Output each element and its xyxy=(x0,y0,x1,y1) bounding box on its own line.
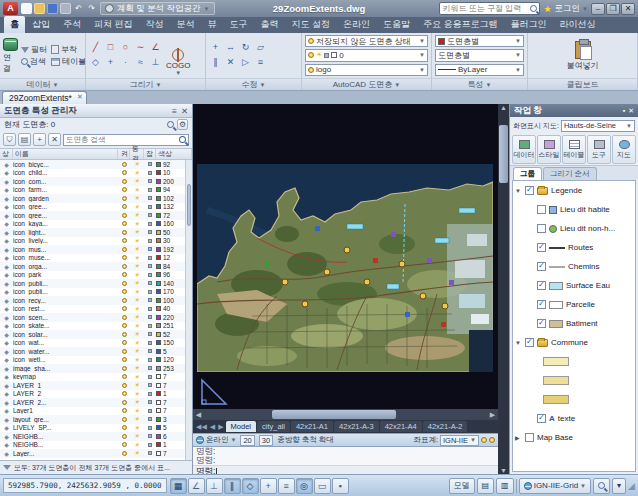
layer-on-icon[interactable] xyxy=(122,196,127,201)
layer-color-swatch[interactable] xyxy=(156,179,161,184)
layer-freeze-icon[interactable]: ☀ xyxy=(134,331,139,337)
layer-lock-icon[interactable] xyxy=(148,409,152,413)
ribbon-tab[interactable]: 도움말 xyxy=(377,16,416,33)
layer-row[interactable]: ◆ icon_bicyc... ☀ 92 xyxy=(0,160,192,169)
status-toggle-button[interactable]: ◎ xyxy=(296,478,313,494)
redo-icon[interactable]: ↷ xyxy=(86,3,97,14)
layer-freeze-icon[interactable]: ☀ xyxy=(134,374,139,380)
layer-freeze-icon[interactable]: ☀ xyxy=(134,306,139,312)
layer-list-scrollbar[interactable] xyxy=(185,160,192,460)
layer-on-icon[interactable] xyxy=(122,170,127,175)
layer-color-swatch[interactable] xyxy=(156,366,161,371)
layer-on-icon[interactable] xyxy=(122,298,127,303)
layer-row[interactable]: ◆ icon_wetl... ☀ 120 xyxy=(0,356,192,365)
tree-item[interactable]: A Batiment xyxy=(513,314,635,333)
layout-tab[interactable]: city_all xyxy=(257,421,290,432)
layer-list-header[interactable]: 상 이름 켜 동결 잠 색상 xyxy=(0,148,192,160)
cogo-button[interactable]: COGO ▼ xyxy=(166,35,190,76)
layer-secondary-dropdown[interactable]: logo ▼ xyxy=(305,64,428,76)
layer-on-icon[interactable] xyxy=(122,332,127,337)
modify-tool-icon[interactable]: ↻ xyxy=(239,41,252,54)
layer-color-swatch[interactable] xyxy=(156,264,161,269)
layer-color-swatch[interactable] xyxy=(156,170,161,175)
layer-on-icon[interactable] xyxy=(122,306,127,311)
layer-on-icon[interactable] xyxy=(122,323,127,328)
expand-arrow-icon[interactable]: ▶ xyxy=(515,434,522,441)
layer-freeze-icon[interactable]: ☀ xyxy=(134,382,139,388)
layer-lock-icon[interactable] xyxy=(148,213,152,217)
status-toggle-button[interactable]: ▦ xyxy=(170,478,187,494)
delete-layer-icon[interactable]: ✕ xyxy=(48,133,61,146)
layer-on-icon[interactable] xyxy=(122,272,127,277)
tree-item[interactable]: A Parcelle xyxy=(513,295,635,314)
layout-tab[interactable]: 42x21-A-2 xyxy=(423,421,468,432)
layer-on-icon[interactable] xyxy=(122,357,127,362)
ribbon-tab[interactable]: 뷰 xyxy=(202,16,223,33)
status-toggle-button[interactable]: ∠ xyxy=(188,478,205,494)
layer-on-icon[interactable] xyxy=(122,238,127,243)
layer-lock-icon[interactable] xyxy=(148,366,152,370)
layer-freeze-icon[interactable]: ☀ xyxy=(134,416,139,422)
layer-color-swatch[interactable] xyxy=(156,255,161,260)
ribbon-tab[interactable]: 작성 xyxy=(140,16,170,33)
layer-freeze-icon[interactable]: ☀ xyxy=(134,297,139,303)
layer-row[interactable]: ◆ image_sha... ☀ 253 xyxy=(0,364,192,373)
visibility-checkbox[interactable] xyxy=(537,262,546,271)
layer-dropdown[interactable]: ☀ 0 ▼ xyxy=(305,49,428,61)
draw-tool-icon[interactable]: ∼ xyxy=(134,41,147,54)
layer-search-input[interactable] xyxy=(66,135,177,144)
drawing-canvas[interactable] xyxy=(193,104,498,409)
status-toggle-button[interactable]: + xyxy=(260,478,277,494)
layer-row[interactable]: ◆ icon_child... ☀ 10 xyxy=(0,169,192,178)
layer-color-swatch[interactable] xyxy=(156,323,161,328)
layer-color-swatch[interactable] xyxy=(156,187,161,192)
status-toggle-button[interactable]: ◇ xyxy=(242,478,259,494)
layer-freeze-icon[interactable]: ☀ xyxy=(134,425,139,431)
minimize-button[interactable]: – xyxy=(591,3,605,15)
layer-freeze-icon[interactable]: ☀ xyxy=(134,170,139,176)
layer-lock-icon[interactable] xyxy=(148,332,152,336)
layer-lock-icon[interactable] xyxy=(148,426,152,430)
layer-freeze-icon[interactable]: ☀ xyxy=(134,263,139,269)
plot-icon[interactable] xyxy=(60,3,71,14)
layer-on-icon[interactable] xyxy=(122,247,127,252)
quick-view-layouts-icon[interactable]: ▤ xyxy=(477,478,495,494)
ribbon-tab[interactable]: 삽입 xyxy=(26,16,56,33)
layer-row[interactable]: ◆ icon_muse... ☀ 12 xyxy=(0,254,192,263)
ribbon-tab[interactable]: 온라인 xyxy=(337,16,376,33)
task-pane-toolbar-button[interactable]: 스타일 xyxy=(537,135,561,164)
layer-lock-icon[interactable] xyxy=(148,443,152,447)
task-pane-toolbar-button[interactable]: 지도 xyxy=(612,135,636,164)
layer-on-icon[interactable] xyxy=(122,442,127,447)
tree-item[interactable]: A xyxy=(513,390,635,409)
layer-row[interactable]: ◆ icon_skate... ☀ 251 xyxy=(0,322,192,331)
modify-tool-icon[interactable]: ✕ xyxy=(224,56,237,69)
layer-lock-icon[interactable] xyxy=(148,239,152,243)
draw-tool-icon[interactable]: ⊥ xyxy=(149,56,162,69)
layer-row[interactable]: ◆ icon_gree... ☀ 72 xyxy=(0,211,192,220)
visibility-checkbox[interactable] xyxy=(537,300,546,309)
layer-color-swatch[interactable] xyxy=(156,417,161,422)
table-button[interactable]: 테이블 xyxy=(51,56,85,67)
close-icon[interactable]: ✕ xyxy=(77,93,83,101)
lightbulb-icon[interactable] xyxy=(489,437,495,443)
layer-row[interactable]: ◆ icon_mus... ☀ 192 xyxy=(0,245,192,254)
layer-lock-icon[interactable] xyxy=(148,358,152,362)
layer-row[interactable]: ◆ LAYER_1 ☀ 7 xyxy=(0,381,192,390)
layer-freeze-icon[interactable]: ☀ xyxy=(134,280,139,286)
layer-color-swatch[interactable] xyxy=(156,204,161,209)
layer-on-icon[interactable] xyxy=(122,179,127,184)
layer-color-swatch[interactable] xyxy=(156,247,161,252)
layer-row[interactable]: ◆ icon_water... ☀ 5 xyxy=(0,347,192,356)
layer-color-swatch[interactable] xyxy=(156,349,161,354)
layer-lock-icon[interactable] xyxy=(148,434,152,438)
layer-on-icon[interactable] xyxy=(122,417,127,422)
tray-settings-icon[interactable]: ▾ xyxy=(612,478,626,494)
tree-item[interactable]: A xyxy=(513,371,635,390)
layer-color-swatch[interactable] xyxy=(156,451,161,456)
layer-freeze-icon[interactable]: ☀ xyxy=(134,204,139,210)
layer-row[interactable]: ◆ layout_gre... ☀ 3 xyxy=(0,415,192,424)
layer-on-icon[interactable] xyxy=(122,434,127,439)
layer-row[interactable]: ◆ icon_com... ☀ 200 xyxy=(0,177,192,186)
ribbon-tab[interactable]: 분석 xyxy=(171,16,201,33)
